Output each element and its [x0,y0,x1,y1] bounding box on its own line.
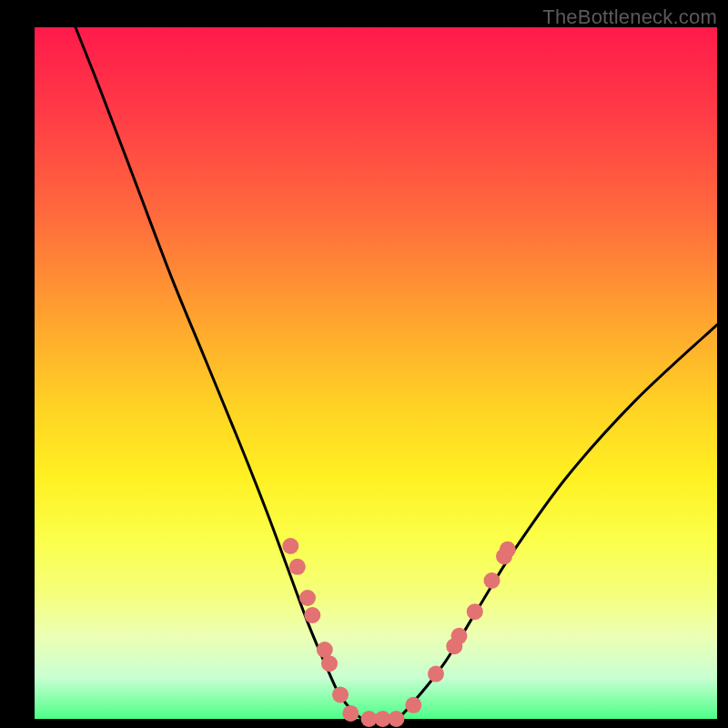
data-marker [428,666,444,682]
data-marker [304,607,320,623]
chart-svg [35,27,717,719]
data-marker [299,590,316,606]
data-marker [332,686,349,703]
data-marker [451,628,468,644]
data-marker [467,603,483,620]
data-marker [289,559,306,575]
watermark-text: TheBottleneck.com [542,5,717,29]
data-marker [484,572,500,589]
data-marker [321,655,338,672]
data-marker [282,538,298,554]
data-marker [405,697,421,713]
plot-area [35,27,717,719]
bottleneck-curve [76,27,717,721]
chart-frame: TheBottleneck.com [0,0,728,728]
marker-group [282,538,516,727]
data-marker [389,711,405,727]
data-marker [500,541,516,558]
data-marker [342,705,359,722]
